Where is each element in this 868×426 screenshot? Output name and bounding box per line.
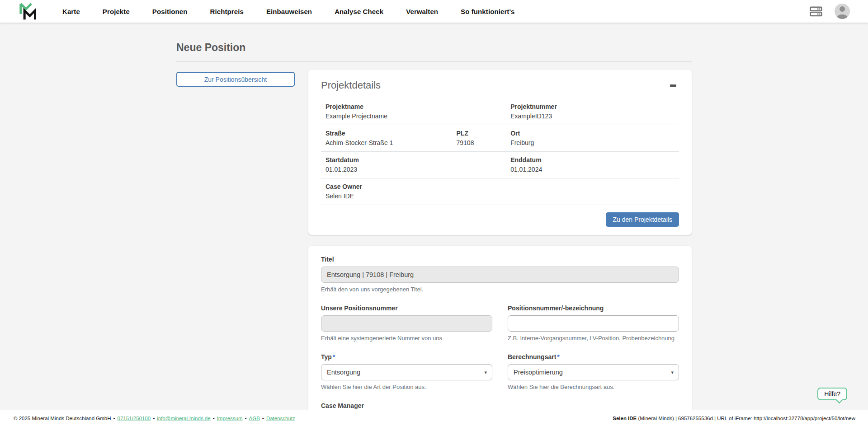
berechnungsart-helper-text: Wählen Sie hier die Berechnungsart aus. <box>508 384 679 390</box>
field-value: Example Projectname <box>326 112 510 121</box>
field-label: Case Owner <box>326 182 675 192</box>
titel-input <box>321 267 679 283</box>
field-label: Startdatum <box>326 155 510 165</box>
nav-item-so-funktionierts[interactable]: So funktioniert's <box>461 8 514 15</box>
help-button-label: Hilfe? <box>824 390 840 398</box>
field-value: Freiburg <box>510 138 675 148</box>
field-label: PLZ <box>457 129 511 138</box>
page-title: Neue Position <box>176 42 692 62</box>
go-to-project-details-button[interactable]: Zu den Projektdetails <box>606 212 679 227</box>
impressum-link[interactable]: Impressum <box>217 416 243 421</box>
field-value: Achim-Stocker-Straße 1 <box>326 138 457 148</box>
field-label: Ort <box>510 129 675 138</box>
back-to-positions-button[interactable]: Zur Positionsübersicht <box>176 72 295 87</box>
berechnungsart-selected-value: Preisoptimierung <box>514 369 563 376</box>
nav-item-projekte[interactable]: Projekte <box>103 8 130 15</box>
topbar-right <box>809 4 850 19</box>
separator-dot: • <box>113 416 115 421</box>
typ-select[interactable]: Entsorgung ▾ <box>321 364 492 380</box>
nav-item-verwalten[interactable]: Verwalten <box>406 8 438 15</box>
table-row: Startdatum 01.01.2023 Enddatum 01.01.202… <box>321 152 679 178</box>
required-asterisk: * <box>333 353 335 360</box>
user-avatar-icon[interactable] <box>835 4 850 19</box>
field-label: Enddatum <box>510 155 675 165</box>
table-row: Case Owner Selen IDE <box>321 178 679 205</box>
required-asterisk: * <box>557 353 559 360</box>
new-position-form-card: Titel Erhält den von uns vorgegebenen Ti… <box>308 246 692 426</box>
positionsnummer-input[interactable] <box>508 315 679 332</box>
nav-item-analyse-check[interactable]: Analyse Check <box>335 8 383 15</box>
chevron-down-icon: ▾ <box>671 370 674 375</box>
avatar-head <box>840 6 845 12</box>
right-column: Projektdetails Projektname Example Proje… <box>308 62 692 426</box>
typ-label-text: Typ <box>321 353 332 360</box>
typ-group: Typ* Entsorgung ▾ Wählen Sie hier die Ar… <box>321 353 492 390</box>
table-row: Projektname Example Projectname Projektn… <box>321 98 679 125</box>
server-rack-icon[interactable] <box>809 5 823 18</box>
project-details-title: Projektdetails <box>321 80 381 91</box>
help-button[interactable]: Hilfe? <box>817 388 847 400</box>
session-details: (Mineral Minds) | 69576255536d | URL of … <box>637 416 855 421</box>
field-value: 01.01.2024 <box>510 165 675 174</box>
unsere-positionsnummer-helper-text: Erhält eine systemgenerierte Nummer von … <box>321 335 492 342</box>
titel-group: Titel Erhält den von uns vorgegebenen Ti… <box>321 256 679 293</box>
positionsnummer-group: Positionsnummer/-bezeichnung Z.B. Intern… <box>508 304 679 342</box>
field-label: Straße <box>326 129 457 138</box>
separator-dot: • <box>153 416 155 421</box>
nav-item-einbauweisen[interactable]: Einbauweisen <box>266 8 312 15</box>
chevron-down-icon: ▾ <box>484 370 487 375</box>
copyright-text: © 2025 Mineral Minds Deutschland GmbH <box>14 416 111 421</box>
field-value: ExampleID123 <box>510 112 675 121</box>
separator-dot: • <box>262 416 264 421</box>
titel-label: Titel <box>321 256 679 263</box>
positionsnummer-label: Positionsnummer/-bezeichnung <box>508 304 679 312</box>
positionsnummer-helper-text: Z.B. Interne-Vorgangsnummer, LV-Position… <box>508 335 679 342</box>
footer-left: © 2025 Mineral Minds Deutschland GmbH • … <box>14 416 295 421</box>
email-link[interactable]: info@mineral-minds.de <box>157 416 210 421</box>
datenschutz-link[interactable]: Datenschutz <box>266 416 295 421</box>
field-label: Projektnummer <box>510 102 675 112</box>
main-content: Neue Position Zur Positionsübersicht Pro… <box>176 23 692 426</box>
nav-item-karte[interactable]: Karte <box>62 8 80 15</box>
separator-dot: • <box>213 416 215 421</box>
unsere-positionsnummer-group: Unsere Positionsnummer Erhält eine syste… <box>321 304 492 342</box>
typ-selected-value: Entsorgung <box>327 369 360 376</box>
unsere-positionsnummer-input <box>321 315 492 332</box>
topbar: Karte Projekte Positionen Richtpreis Ein… <box>0 0 868 23</box>
footer-session-info: Selen IDE (Mineral Minds) | 69576255536d… <box>613 416 855 421</box>
titel-helper-text: Erhält den von uns vorgegebenen Titel. <box>321 286 679 293</box>
berechnungsart-label: Berechnungsart* <box>508 353 679 360</box>
footer: © 2025 Mineral Minds Deutschland GmbH • … <box>0 410 868 426</box>
field-value: 01.01.2023 <box>326 165 510 174</box>
agb-link[interactable]: AGB <box>249 416 260 421</box>
field-value: Selen IDE <box>326 192 675 201</box>
avatar-shoulders <box>837 14 848 19</box>
separator-dot: • <box>245 416 247 421</box>
nav-item-positionen[interactable]: Positionen <box>152 8 188 15</box>
session-user: Selen IDE <box>613 416 637 421</box>
typ-label: Typ* <box>321 353 492 360</box>
case-manager-label: Case Manager <box>321 402 492 409</box>
project-details-table: Projektname Example Projectname Projektn… <box>321 98 679 205</box>
field-value: 79108 <box>457 138 511 148</box>
typ-helper-text: Wählen Sie hier die Art der Position aus… <box>321 384 492 390</box>
speech-bubble-tail <box>836 397 843 404</box>
minus-icon <box>670 84 676 87</box>
left-column: Zur Positionsübersicht <box>176 62 295 87</box>
berechnungsart-group: Berechnungsart* Preisoptimierung ▾ Wähle… <box>508 353 679 390</box>
collapse-card-button[interactable] <box>667 80 679 90</box>
project-details-card: Projektdetails Projektname Example Proje… <box>308 70 692 235</box>
nav-item-richtpreis[interactable]: Richtpreis <box>210 8 244 15</box>
phone-link[interactable]: 07151/250100 <box>118 416 151 421</box>
berechnungsart-select[interactable]: Preisoptimierung ▾ <box>508 364 679 380</box>
field-label: Projektname <box>326 102 510 112</box>
table-row: Straße Achim-Stocker-Straße 1 PLZ 79108 … <box>321 125 679 152</box>
berechnungsart-label-text: Berechnungsart <box>508 353 556 360</box>
unsere-positionsnummer-label: Unsere Positionsnummer <box>321 304 492 312</box>
main-nav: Karte Projekte Positionen Richtpreis Ein… <box>62 8 515 15</box>
mineral-minds-logo-icon[interactable] <box>18 2 36 21</box>
